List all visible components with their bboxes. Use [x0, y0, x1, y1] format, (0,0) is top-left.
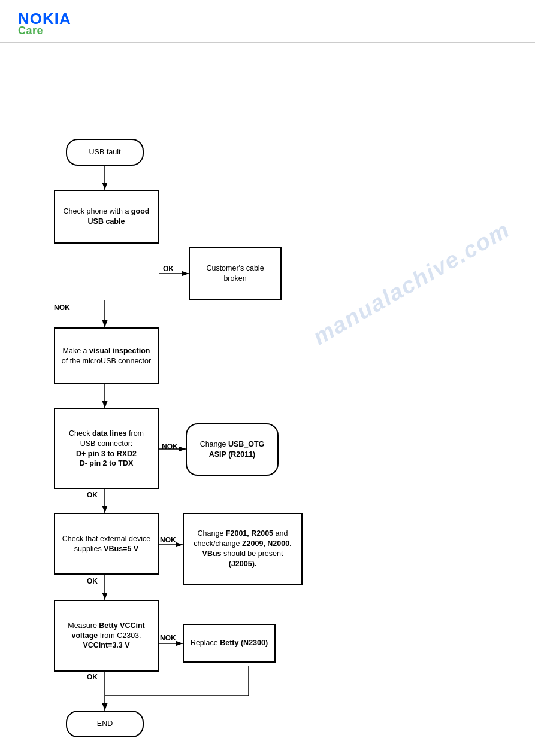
nokia-title: NOKIA — [18, 11, 517, 26]
ok-label-2: OK — [87, 491, 98, 499]
node-f2001-label: Change F2001, R2005 and check/change Z20… — [190, 529, 295, 569]
node-vbus-label: Check that external device supplies VBus… — [61, 534, 152, 554]
node-cable-broken-label: Customer's cable broken — [196, 263, 274, 284]
main-content: manualachive.com — [0, 43, 535, 737]
node-visual-label: Make a visual inspection of the microUSB… — [61, 346, 152, 366]
flowchart: USB fault Check phone with a good USB ca… — [18, 61, 467, 719]
node-start-label: USB fault — [89, 147, 121, 157]
ok-label-1: OK — [163, 265, 174, 273]
node-betty-measure: Measure Betty VCCint voltage from C2303.… — [54, 600, 159, 672]
node-data-lines-label: Check data lines from USB connector:D+ p… — [61, 429, 152, 469]
node-end: END — [66, 711, 144, 737]
node-end-label: END — [97, 719, 113, 729]
nok-label-2: NOK — [162, 442, 178, 451]
nok-label-3: NOK — [160, 536, 176, 544]
node-check-usb-label: Check phone with a good USB cable — [61, 207, 152, 227]
node-vbus: Check that external device supplies VBus… — [54, 513, 159, 575]
care-subtitle: Care — [18, 25, 517, 36]
node-visual-inspection: Make a visual inspection of the microUSB… — [54, 327, 159, 384]
nok-label-1: NOK — [54, 303, 70, 312]
ok-label-4: OK — [87, 673, 98, 681]
node-usb-otg-label: Change USB_OTG ASIP (R2011) — [195, 439, 269, 460]
nok-label-4: NOK — [160, 634, 176, 642]
node-usb-otg: Change USB_OTG ASIP (R2011) — [186, 423, 279, 476]
node-cable-broken: Customer's cable broken — [189, 247, 282, 300]
node-check-usb: Check phone with a good USB cable — [54, 190, 159, 244]
node-data-lines: Check data lines from USB connector:D+ p… — [54, 408, 159, 489]
header: NOKIA Care — [0, 0, 535, 43]
node-betty-replace-label: Replace Betty (N2300) — [191, 638, 268, 648]
node-betty-replace: Replace Betty (N2300) — [183, 624, 276, 663]
node-betty-measure-label: Measure Betty VCCint voltage from C2303.… — [61, 621, 152, 651]
node-start: USB fault — [66, 139, 144, 166]
nokia-logo: NOKIA Care — [18, 11, 517, 36]
node-f2001: Change F2001, R2005 and check/change Z20… — [183, 513, 303, 585]
ok-label-3: OK — [87, 577, 98, 585]
